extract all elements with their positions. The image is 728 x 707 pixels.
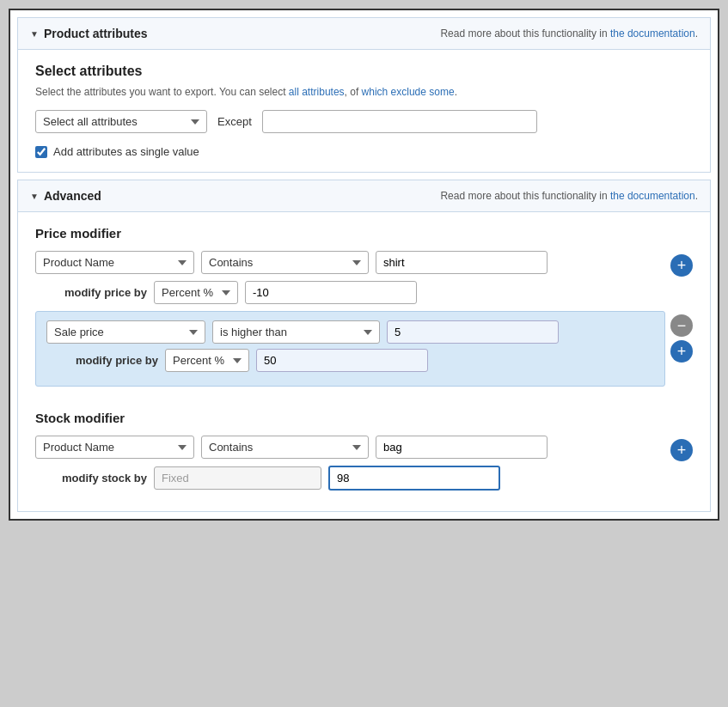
price-row1-add-button[interactable]: + bbox=[670, 254, 693, 277]
stock-modifier-row1: Product Name Contains bbox=[35, 436, 665, 459]
add-as-single-value-label: Add attributes as single value bbox=[53, 145, 199, 158]
price-modifier-row2-content: Sale price is higher than modify price b… bbox=[35, 311, 665, 387]
price-row2-modify-value-input[interactable] bbox=[256, 349, 428, 372]
price-row2-modify-row: modify price by Percent % bbox=[46, 349, 654, 372]
select-attributes-title: Select attributes bbox=[35, 64, 693, 79]
stock-modifier-row1-content: Product Name Contains modify stock by bbox=[35, 436, 665, 497]
advanced-collapse-arrow-icon: ▼ bbox=[30, 192, 39, 201]
add-as-single-value-row: Add attributes as single value bbox=[35, 145, 693, 158]
add-as-single-value-checkbox[interactable] bbox=[35, 146, 47, 158]
attribute-select-row: Select all attributes Except bbox=[35, 110, 693, 133]
which-exclude-link[interactable]: which exclude some bbox=[362, 86, 455, 98]
price-modifier-row1-wrapper: Product Name Contains modify price by Pe… bbox=[35, 251, 693, 311]
product-attributes-body: Select attributes Select the attributes … bbox=[18, 50, 710, 172]
price-row2-modify-label: modify price by bbox=[55, 354, 158, 367]
all-attributes-link[interactable]: all attributes bbox=[289, 86, 345, 98]
advanced-header: ▼ Advanced Read more about this function… bbox=[18, 180, 710, 212]
stock-row1-value-input[interactable] bbox=[376, 436, 548, 459]
select-all-attributes-dropdown[interactable]: Select all attributes bbox=[35, 110, 207, 133]
price-row1-modify-label: modify price by bbox=[44, 286, 147, 299]
advanced-title[interactable]: ▼ Advanced bbox=[30, 189, 101, 203]
stock-row1-modify-type-input bbox=[154, 466, 321, 490]
select-attributes-desc: Select the attributes you want to export… bbox=[35, 86, 693, 98]
price-row2-condition-dropdown[interactable]: is higher than bbox=[212, 320, 380, 344]
price-modifier-row2-wrapper: Sale price is higher than modify price b… bbox=[35, 311, 693, 395]
product-attributes-doc: Read more about this functionality in th… bbox=[440, 27, 698, 40]
price-row1-btn-group: + bbox=[670, 251, 693, 277]
price-row2-modify-type-dropdown[interactable]: Percent % bbox=[165, 349, 249, 372]
price-row1-modify-type-dropdown[interactable]: Percent % bbox=[154, 281, 238, 304]
stock-row1-modify-value-input[interactable] bbox=[328, 466, 500, 491]
stock-row1-attribute-dropdown[interactable]: Product Name bbox=[35, 436, 194, 459]
except-label: Except bbox=[217, 115, 252, 128]
product-attributes-doc-link[interactable]: the documentation bbox=[610, 27, 695, 40]
price-modifier-title: Price modifier bbox=[35, 226, 693, 241]
price-row1-modify-row: modify price by Percent % bbox=[35, 281, 665, 304]
price-row1-attribute-dropdown[interactable]: Product Name bbox=[35, 251, 194, 274]
price-modifier-row2: Sale price is higher than bbox=[46, 320, 654, 344]
price-row2-remove-button[interactable]: − bbox=[670, 314, 693, 337]
except-input[interactable] bbox=[262, 110, 537, 133]
stock-modifier-row1-wrapper: Product Name Contains modify stock by bbox=[35, 436, 693, 497]
stock-row1-modify-label: modify stock by bbox=[44, 472, 147, 485]
price-row2-value-input[interactable] bbox=[387, 320, 559, 344]
stock-modifier-title: Stock modifier bbox=[35, 411, 693, 425]
advanced-doc: Read more about this functionality in th… bbox=[440, 190, 698, 202]
stock-row1-add-button[interactable]: + bbox=[670, 439, 693, 461]
price-row2-add-button[interactable]: + bbox=[670, 340, 693, 363]
price-row2-btn-group: − + bbox=[670, 311, 693, 363]
advanced-body: Price modifier Product Name Contains m bbox=[18, 212, 710, 511]
product-attributes-title[interactable]: ▼ Product attributes bbox=[30, 27, 147, 40]
collapse-arrow-icon: ▼ bbox=[30, 29, 39, 39]
stock-row1-btn-group: + bbox=[670, 436, 693, 461]
stock-modifier-section: Stock modifier Product Name Contains bbox=[35, 411, 693, 497]
price-modifier-row1-content: Product Name Contains modify price by Pe… bbox=[35, 251, 665, 311]
stock-row1-condition-dropdown[interactable]: Contains bbox=[201, 436, 369, 459]
stock-row1-modify-row: modify stock by bbox=[35, 466, 665, 491]
product-attributes-header: ▼ Product attributes Read more about thi… bbox=[18, 18, 710, 50]
price-row1-modify-value-input[interactable] bbox=[245, 281, 417, 304]
price-row1-condition-dropdown[interactable]: Contains bbox=[201, 251, 369, 274]
price-modifier-row1: Product Name Contains bbox=[35, 251, 665, 274]
price-row2-attribute-dropdown[interactable]: Sale price bbox=[46, 320, 205, 344]
advanced-doc-link[interactable]: the documentation bbox=[610, 190, 695, 202]
price-row1-value-input[interactable] bbox=[376, 251, 548, 274]
